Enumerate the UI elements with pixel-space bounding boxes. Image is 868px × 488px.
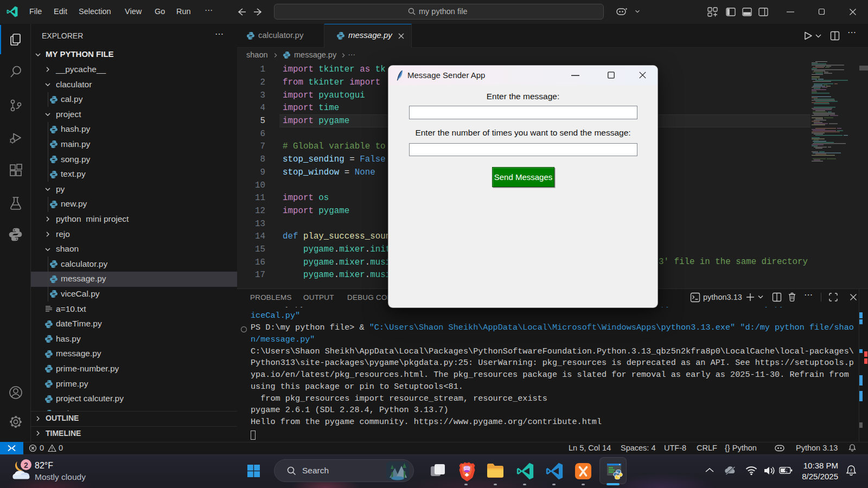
svg-text:z: z xyxy=(850,467,852,472)
